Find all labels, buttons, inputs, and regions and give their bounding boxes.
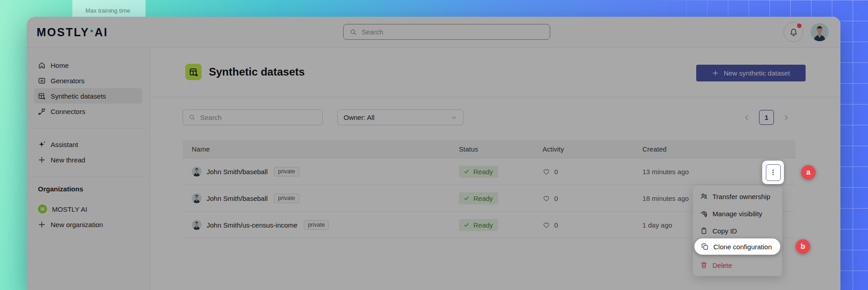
sidebar-item-synthetic-datasets[interactable]: Synthetic datasets: [34, 88, 142, 104]
home-icon: [38, 62, 46, 69]
likes-cell: 0: [542, 221, 642, 229]
new-synthetic-dataset-label: New synthetic dataset: [724, 69, 790, 77]
organization-badge: M: [38, 204, 47, 214]
owner-filter-select[interactable]: Owner: All: [337, 109, 463, 125]
column-header-created: Created: [642, 145, 795, 153]
check-icon: [463, 222, 470, 228]
menu-item-transfer-ownership[interactable]: Transfer ownership: [693, 188, 782, 205]
logo-dot: ·: [90, 22, 94, 40]
plus-icon: [712, 70, 719, 76]
connectors-icon: [38, 108, 46, 115]
global-search: [343, 24, 550, 40]
dataset-search-input[interactable]: [200, 114, 316, 121]
sidebar-item-label: MOSTLY AI: [52, 205, 87, 213]
row-actions-context-menu: Transfer ownership Manage visibility Cop…: [693, 185, 782, 276]
sidebar-item-assistant[interactable]: Assistant: [34, 137, 142, 152]
sidebar-item-new-organization[interactable]: New organization: [34, 217, 142, 232]
pagination-prev-button[interactable]: [742, 113, 751, 122]
app-window: MOSTLY·AI Home Generators: [27, 17, 840, 290]
menu-item-delete[interactable]: Delete: [693, 257, 782, 274]
logo-left: MOSTLY: [37, 26, 90, 39]
sidebar-item-label: Connectors: [51, 108, 85, 115]
table-row[interactable]: John Smith/baseball private Ready 0 13 m…: [183, 158, 795, 185]
sidebar-item-organization-mostly-ai[interactable]: M MOSTLY AI: [34, 201, 142, 217]
owner-avatar: [192, 220, 202, 230]
global-search-input[interactable]: [362, 28, 543, 36]
visibility-tag: private: [274, 194, 299, 203]
sidebar-divider: [31, 176, 145, 177]
sidebar-item-label: Generators: [51, 77, 85, 85]
notifications-button[interactable]: [783, 22, 803, 42]
sidebar-divider: [31, 128, 145, 128]
pagination: 1: [742, 109, 791, 125]
pagination-current-page[interactable]: 1: [759, 110, 774, 125]
likes-cell: 0: [542, 195, 642, 202]
dataset-name: John Smith/baseball: [207, 195, 268, 202]
row-actions-kebab-button[interactable]: [766, 164, 781, 181]
annotation-badge-a: a: [801, 165, 816, 180]
visibility-tag: private: [274, 167, 299, 176]
menu-item-copy-id[interactable]: Copy ID: [693, 222, 782, 239]
page-title: Synthetic datasets: [209, 64, 305, 80]
trash-icon: [700, 261, 708, 269]
background-ghost-label: Max training time: [85, 7, 130, 14]
check-icon: [463, 168, 470, 175]
synthetic-datasets-icon: [38, 92, 46, 100]
likes-count: 0: [554, 168, 558, 176]
clone-configuration-spotlight[interactable]: Clone configuration: [694, 238, 780, 255]
sidebar-item-new-thread[interactable]: New thread: [34, 152, 142, 167]
sidebar-item-label: Synthetic datasets: [51, 92, 106, 100]
owner-avatar: [192, 166, 202, 176]
avatar-illustration: [811, 23, 829, 41]
sidebar-item-generators[interactable]: Generators: [34, 73, 142, 88]
likes-count: 0: [554, 221, 558, 229]
sidebar-item-label: New thread: [51, 156, 85, 164]
sidebar-item-label: Assistant: [51, 141, 78, 148]
dataset-search: [183, 109, 323, 125]
header-divider: [150, 97, 840, 97]
copy-id-icon: [700, 227, 708, 234]
assistant-sparkle-icon: [38, 141, 46, 148]
check-icon: [463, 195, 470, 201]
visibility-tag: private: [304, 220, 329, 230]
likes-cell: 0: [542, 168, 642, 176]
menu-item-manage-visibility[interactable]: Manage visibility: [693, 205, 782, 222]
synthetic-datasets-icon: [189, 67, 198, 77]
chevron-right-icon: [782, 114, 790, 122]
likes-count: 0: [554, 195, 558, 202]
status-badge: Ready: [459, 219, 498, 231]
status-badge: Ready: [459, 192, 498, 204]
plus-icon: [38, 221, 46, 228]
plus-icon: [38, 156, 46, 164]
clone-icon: [701, 243, 708, 250]
chevron-down-icon: [451, 114, 457, 121]
dataset-name: John Smith/baseball: [207, 168, 268, 176]
mostly-ai-logo[interactable]: MOSTLY·AI: [37, 17, 108, 48]
organizations-section-label: Organizations: [34, 185, 142, 193]
sidebar-item-label: Home: [51, 62, 69, 69]
column-header-activity: Activity: [542, 145, 642, 153]
synthetic-datasets-page-icon: [185, 64, 202, 80]
kebab-icon: [769, 169, 777, 176]
heart-icon: [542, 221, 550, 229]
notification-dot: [797, 24, 802, 28]
search-icon: [189, 114, 195, 121]
owner-avatar: [192, 193, 202, 203]
sidebar-item-connectors[interactable]: Connectors: [34, 104, 142, 119]
logo-right: AI: [94, 26, 108, 39]
sidebar: Home Generators Synthetic datasets Conne…: [27, 48, 150, 290]
heart-icon: [542, 195, 550, 202]
screenshot-stage: Max training time MOSTLY·AI Home: [0, 0, 868, 290]
clone-configuration-label: Clone configuration: [713, 243, 772, 251]
transfer-ownership-icon: [700, 193, 708, 200]
sidebar-item-home[interactable]: Home: [34, 57, 142, 73]
user-avatar[interactable]: [811, 23, 829, 41]
column-header-status: Status: [459, 145, 542, 153]
new-synthetic-dataset-button[interactable]: New synthetic dataset: [696, 65, 806, 81]
pagination-next-button[interactable]: [782, 113, 791, 122]
sidebar-item-label: New organization: [51, 221, 103, 228]
dataset-name: John Smith/us-census-income: [207, 221, 297, 229]
chevron-left-icon: [743, 114, 751, 122]
table-header-row: Name Status Activity Created: [183, 140, 795, 158]
search-icon: [350, 29, 357, 36]
